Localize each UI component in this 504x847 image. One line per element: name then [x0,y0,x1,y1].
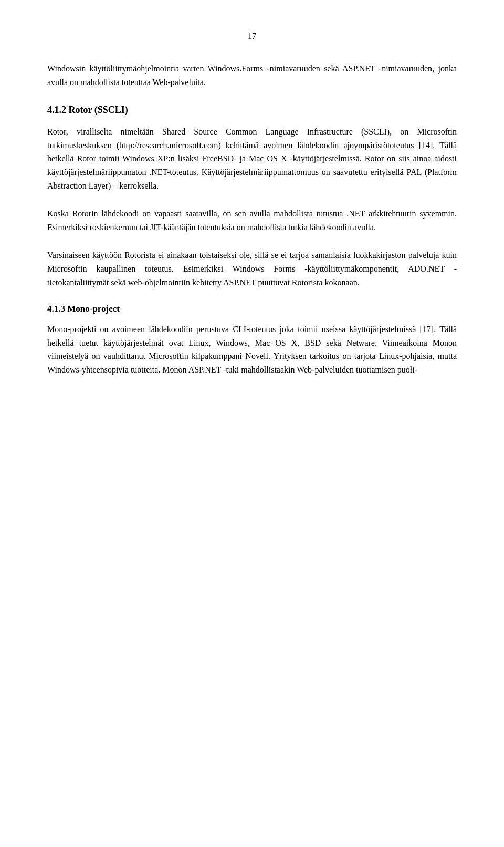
paragraph-3: Koska Rotorin lähdekoodi on vapaasti saa… [47,207,457,234]
page: 17 Windowsin käyttöliittymäohjelmointia … [0,0,504,847]
paragraph-4: Varsinaiseen käyttöön Rotorista ei ainak… [47,249,457,289]
paragraph-2: Rotor, viralliselta nimeltään Shared Sou… [47,125,457,192]
section-4-1-3-heading: 4.1.3 Mono-project [47,304,457,314]
paragraph-1: Windowsin käyttöliittymäohjelmointia var… [47,62,457,89]
section-4-1-2-heading: 4.1.2 Rotor (SSCLI) [47,105,457,116]
paragraph-5: Mono-projekti on avoimeen lähdekoodiin p… [47,323,457,376]
page-number: 17 [47,32,457,41]
